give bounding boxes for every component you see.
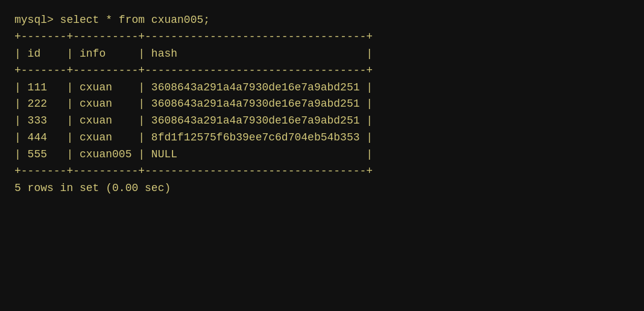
data-row-4: | 444 | cxuan | 8fd1f12575f6b39ee7c6d704… (14, 131, 373, 143)
separator-top: +-------+----------+--------------------… (14, 31, 373, 43)
terminal-window: mysql> select * from cxuan005; +-------+… (0, 0, 644, 311)
data-row-5: | 555 | cxuan005 | NULL | (14, 148, 373, 160)
footer-text: 5 rows in set (0.00 sec) (14, 182, 171, 194)
separator-mid: +-------+----------+--------------------… (14, 64, 373, 77)
prompt-line: mysql> select * from cxuan005; (14, 14, 210, 26)
data-row-1: | 111 | cxuan | 3608643a291a4a7930de16e7… (14, 81, 373, 93)
data-row-3: | 333 | cxuan | 3608643a291a4a7930de16e7… (14, 115, 373, 127)
separator-bottom: +-------+----------+--------------------… (14, 165, 373, 177)
header-row: | id | info | hash | (14, 48, 373, 60)
data-row-2: | 222 | cxuan | 3608643a291a4a7930de16e7… (14, 98, 373, 110)
terminal-content: mysql> select * from cxuan005; +-------+… (14, 12, 630, 197)
